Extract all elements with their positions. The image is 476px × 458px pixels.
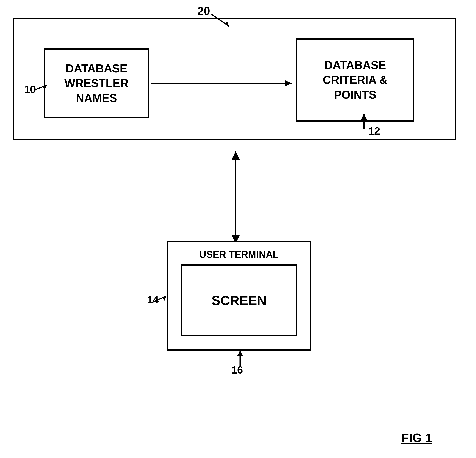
db-wrestlers-box: DATABASE WRESTLER NAMES xyxy=(44,48,149,119)
db-criteria-text: DATABASE CRITERIA & POINTS xyxy=(323,58,388,102)
user-terminal-label: USER TERMINAL xyxy=(168,249,310,260)
arrow-14-icon xyxy=(151,294,170,305)
screen-text: SCREEN xyxy=(212,293,266,308)
svg-marker-5 xyxy=(285,80,292,86)
screen-box: SCREEN xyxy=(181,264,297,336)
arrow-16-icon xyxy=(231,346,249,368)
svg-marker-7 xyxy=(361,114,367,120)
db-criteria-box: DATABASE CRITERIA & POINTS xyxy=(296,38,414,122)
db-wrestlers-text: DATABASE WRESTLER NAMES xyxy=(64,61,128,106)
arrow-10-icon xyxy=(34,83,51,92)
arrow-vertical-bidirectional-icon xyxy=(229,149,242,246)
figure-label: FIG 1 xyxy=(401,431,432,445)
label-20: 20 xyxy=(197,4,210,17)
user-terminal-box: USER TERMINAL SCREEN xyxy=(167,241,311,351)
arrow-wrestlers-to-criteria-icon xyxy=(149,77,298,90)
arrow-12-icon xyxy=(355,110,373,132)
arrow-20-icon xyxy=(209,12,236,30)
svg-marker-14 xyxy=(237,351,243,356)
